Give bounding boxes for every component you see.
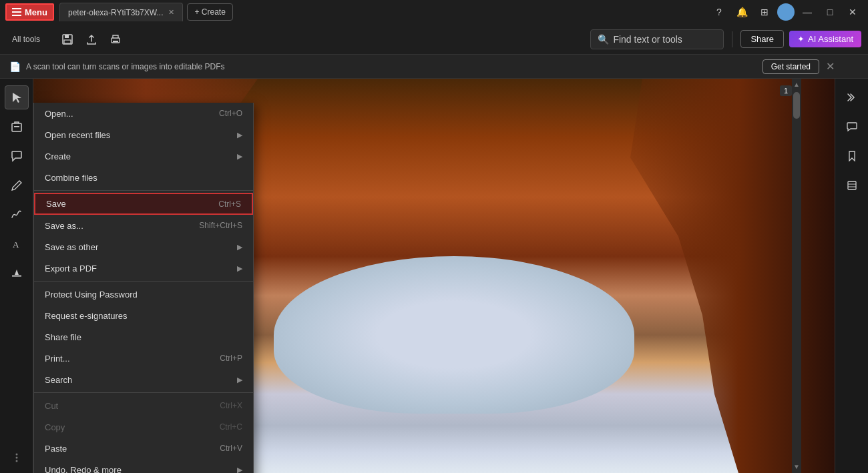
sidebar-highlight-icon[interactable] [5,262,29,286]
menu-item-arrow-undo-redo: ▶ [237,466,242,474]
toolbar-right: Share ✦ AI Assistant [740,30,861,48]
right-panel-back-icon[interactable] [840,85,864,109]
menu-item-open-recent[interactable]: Open recent files▶ [34,124,253,145]
svg-rect-1 [65,35,69,38]
notification-text: A scan tool can turn scans or images int… [26,62,225,71]
menu-item-shortcut-save-as: Shift+Ctrl+S [199,221,242,230]
menu-item-shortcut-paste: Ctrl+V [220,444,242,453]
menu-item-save-as-other[interactable]: Save as other▶ [34,236,253,258]
menu-item-copy: CopyCtrl+C [34,416,253,438]
menu-item-cut: CutCtrl+X [34,395,253,416]
toolbar: All tools 🔍 Find text or tools Share ✦ A… [0,24,868,55]
menu-item-label-protect-pwd: Protect Using Password [45,290,242,300]
sidebar-scan-icon[interactable] [5,115,29,139]
all-tools-button[interactable]: All tools [7,32,45,47]
scan-icon: 📄 [9,61,21,72]
sidebar-select-tool[interactable] [5,85,29,109]
menu-item-arrow-export-pdf: ▶ [237,264,242,273]
menu-item-save-as[interactable]: Save as...Shift+Ctrl+S [34,215,253,236]
search-text: Find text or tools [613,34,682,45]
menu-item-open[interactable]: Open...Ctrl+O [34,103,253,124]
close-button[interactable]: ✕ [843,3,863,21]
menu-item-undo-redo[interactable]: Undo, Redo & more▶ [34,459,253,473]
right-panel-chat-icon[interactable] [840,115,864,139]
new-tab-label: + Create [194,7,225,17]
menu-item-combine[interactable]: Combine files [34,167,253,188]
left-sidebar: A [0,79,33,473]
notification-bar: 📄 A scan tool can turn scans or images i… [0,55,868,79]
right-panel-bookmark-icon[interactable] [840,144,864,168]
menu-item-label-copy: Copy [45,422,220,432]
menu-item-create[interactable]: Create▶ [34,145,253,167]
apps-icon[interactable]: ⊞ [754,3,775,21]
user-avatar[interactable] [777,3,795,21]
menu-button[interactable]: Menu [5,3,54,21]
toolbar-search[interactable]: 🔍 Find text or tools [590,29,724,49]
help-title-icon[interactable]: ? [709,3,729,21]
menu-item-label-create: Create [45,151,232,161]
upload-icon[interactable] [81,29,101,49]
minimize-button[interactable]: — [797,3,817,21]
menu-item-label-paste: Paste [45,444,220,454]
menu-item-shortcut-save: Ctrl+S [218,199,241,209]
svg-rect-12 [848,181,856,189]
ai-label: AI Assistant [808,34,853,44]
svg-text:A: A [13,240,19,250]
sidebar-comment-icon[interactable] [5,144,29,168]
menu-label: Menu [25,7,47,17]
menu-item-export-pdf[interactable]: Export a PDF▶ [34,258,253,279]
menu-item-arrow-save-as-other: ▶ [237,243,242,252]
menu-divider [34,392,253,393]
title-bar: Menu peter-olexa-RYtiT3b7XW... ✕ + Creat… [0,0,868,24]
menu-item-label-cut: Cut [45,401,220,411]
menu-item-label-open: Open... [45,109,219,119]
svg-point-9 [15,454,17,456]
menu-divider [34,190,253,191]
search-icon: 🔍 [598,34,609,45]
menu-item-print[interactable]: Print...Ctrl+P [34,348,253,369]
menu-item-label-save: Save [46,199,218,209]
menu-item-label-request-esig: Request e-signatures [45,311,242,321]
save-toolbar-icon[interactable] [57,29,77,49]
menu-item-shortcut-open: Ctrl+O [219,109,242,118]
notification-icon[interactable]: 🔔 [732,3,752,21]
menu-item-request-esig[interactable]: Request e-signatures [34,305,253,326]
menu-item-label-combine: Combine files [45,173,242,183]
get-started-button[interactable]: Get started [763,59,819,74]
tab-bar: peter-olexa-RYtiT3b7XW... ✕ + Create [59,3,709,21]
sidebar-sign-icon[interactable] [5,203,29,227]
svg-rect-4 [113,41,118,42]
sidebar-edit-icon[interactable] [5,173,29,197]
svg-point-10 [15,457,17,459]
menu-item-label-save-as: Save as... [45,221,199,231]
menu-item-arrow-open-recent: ▶ [237,131,242,139]
toolbar-icons [57,29,126,49]
sidebar-more-icon[interactable] [10,451,23,466]
menu-item-arrow-search: ▶ [237,376,242,384]
active-tab[interactable]: peter-olexa-RYtiT3b7XW... ✕ [59,3,184,21]
menu-item-label-save-as-other: Save as other [45,242,232,252]
new-tab-button[interactable]: + Create [187,3,232,21]
notification-close-icon[interactable]: ✕ [826,60,835,73]
menu-item-share-file[interactable]: Share file [34,326,253,348]
menu-item-protect-pwd[interactable]: Protect Using Password [34,284,253,305]
menu-item-search[interactable]: Search▶ [34,369,253,390]
sidebar-text-icon[interactable]: A [5,232,29,256]
right-panel-layers-icon[interactable] [840,173,864,197]
menu-item-arrow-create: ▶ [237,152,242,161]
main-area: A ▲ ▼ 1 Open...Ctrl [0,79,868,473]
maximize-button[interactable]: □ [820,3,840,21]
menu-item-save[interactable]: SaveCtrl+S [34,193,253,215]
share-button[interactable]: Share [740,30,784,48]
menu-item-label-open-recent: Open recent files [45,130,232,140]
print-toolbar-icon[interactable] [105,29,126,49]
ai-assistant-button[interactable]: ✦ AI Assistant [789,31,861,47]
menu-item-shortcut-print: Ctrl+P [220,354,242,363]
svg-rect-2 [64,40,71,43]
right-panel [835,79,868,473]
svg-point-11 [15,460,17,462]
tab-close-icon[interactable]: ✕ [168,8,174,17]
menu-overlay[interactable]: Open...Ctrl+OOpen recent files▶Create▶Co… [33,79,835,473]
menu-item-paste[interactable]: PasteCtrl+V [34,438,253,459]
dropdown-menu: Open...Ctrl+OOpen recent files▶Create▶Co… [33,103,254,473]
